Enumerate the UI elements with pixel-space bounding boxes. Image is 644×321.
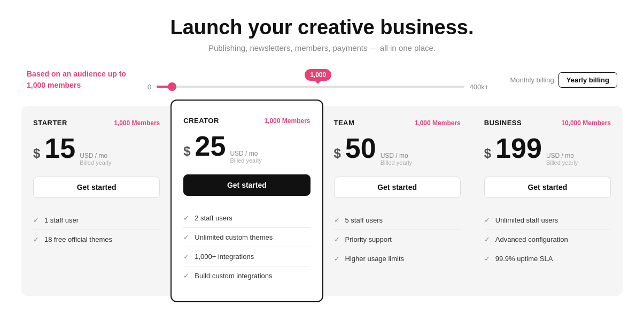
- audience-label: Based on an audience up to 1,000 members: [27, 68, 126, 91]
- plan-feature: ✓ Advanced configuration: [484, 230, 611, 249]
- plan-price-unit: USD / mo: [80, 152, 111, 159]
- check-icon: ✓: [183, 214, 189, 222]
- plan-price-number: 25: [195, 132, 226, 160]
- plan-price-meta: USD / mo Billed yearly: [80, 152, 111, 166]
- slider-thumb[interactable]: [168, 82, 176, 91]
- plan-name: BUSINESS: [484, 119, 522, 127]
- audience-slider-section: 1,000 0 400k+: [148, 69, 489, 91]
- plan-price-billing: Billed yearly: [381, 159, 412, 166]
- check-icon: ✓: [484, 235, 490, 243]
- plan-price-unit: USD / mo: [381, 152, 412, 159]
- plan-members: 10,000 Members: [561, 119, 611, 127]
- check-icon: ✓: [334, 216, 340, 224]
- plan-price-row: $ 15 USD / mo Billed yearly: [33, 134, 160, 166]
- plan-features-list: ✓ Unlimited staff users ✓ Advanced confi…: [484, 211, 611, 268]
- slider-bubble: 1,000: [305, 69, 331, 81]
- plan-features-list: ✓ 2 staff users ✓ Unlimited custom theme…: [183, 209, 310, 285]
- plan-price-meta: USD / mo Billed yearly: [381, 152, 412, 166]
- plan-header: STARTER 1,000 Members: [33, 119, 160, 127]
- slider-max-label: 400k+: [470, 83, 489, 91]
- check-icon: ✓: [33, 235, 39, 243]
- plan-price-billing: Billed yearly: [230, 157, 261, 164]
- plan-price-row: $ 199 USD / mo Billed yearly: [484, 134, 611, 166]
- slider-min-label: 0: [148, 83, 151, 91]
- monthly-billing-option[interactable]: Monthly billing: [510, 76, 554, 84]
- check-icon: ✓: [33, 216, 39, 224]
- plan-feature: ✓ 18 free official themes: [33, 230, 160, 249]
- plan-price-billing: Billed yearly: [546, 159, 578, 166]
- feature-text: 2 staff users: [195, 214, 232, 222]
- feature-text: 5 staff users: [345, 216, 383, 224]
- feature-text: 18 free official themes: [44, 235, 112, 243]
- plan-cta-button[interactable]: Get started: [484, 177, 611, 198]
- feature-text: 1 staff user: [44, 216, 79, 224]
- plan-name: TEAM: [334, 119, 355, 127]
- plan-price-symbol: $: [183, 144, 190, 159]
- plan-price-meta: USD / mo Billed yearly: [546, 152, 578, 166]
- feature-text: Build custom integrations: [195, 272, 272, 280]
- feature-text: 99.9% uptime SLA: [495, 255, 553, 263]
- plan-feature: ✓ Build custom integrations: [183, 266, 310, 285]
- check-icon: ✓: [183, 253, 189, 261]
- feature-text: 1,000+ integrations: [195, 253, 254, 261]
- plan-cta-button[interactable]: Get started: [334, 177, 461, 198]
- plan-feature: ✓ Unlimited staff users: [484, 211, 611, 230]
- page-title: Launch your creative business.: [21, 16, 623, 39]
- page-wrapper: Launch your creative business. Publishin…: [0, 0, 644, 307]
- plan-feature: ✓ 1 staff user: [33, 211, 160, 230]
- plan-features-list: ✓ 5 staff users ✓ Priority support ✓ Hig…: [334, 211, 461, 268]
- plan-price-billing: Billed yearly: [80, 159, 111, 166]
- plan-price-unit: USD / mo: [546, 152, 578, 159]
- plan-feature: ✓ 1,000+ integrations: [183, 247, 310, 266]
- slider-track-row: 0 400k+: [148, 83, 489, 91]
- plan-price-number: 15: [44, 134, 75, 162]
- plan-name: STARTER: [33, 119, 67, 127]
- plan-feature: ✓ Priority support: [334, 230, 461, 249]
- plan-price-symbol: $: [484, 146, 491, 161]
- plan-price-number: 199: [495, 134, 542, 162]
- plan-feature: ✓ 2 staff users: [183, 209, 310, 228]
- feature-text: Advanced configuration: [495, 235, 568, 243]
- slider-track[interactable]: [157, 86, 464, 88]
- audience-label-line1: Based on an audience up to: [27, 70, 126, 78]
- plan-feature: ✓ Unlimited custom themes: [183, 228, 310, 247]
- check-icon: ✓: [334, 235, 340, 243]
- plan-members: 1,000 Members: [114, 119, 160, 127]
- plan-header: TEAM 1,000 Members: [334, 119, 461, 127]
- plan-card-creator: CREATOR 1,000 Members $ 25 USD / mo Bill…: [170, 100, 323, 302]
- plan-card-business: BUSINESS 10,000 Members $ 199 USD / mo B…: [472, 106, 623, 296]
- plan-price-symbol: $: [33, 146, 40, 161]
- plan-members: 1,000 Members: [264, 117, 310, 125]
- check-icon: ✓: [183, 272, 189, 280]
- plan-header: BUSINESS 10,000 Members: [484, 119, 611, 127]
- plan-features-list: ✓ 1 staff user ✓ 18 free official themes: [33, 211, 160, 249]
- feature-text: Priority support: [345, 235, 392, 243]
- plan-price-number: 50: [345, 134, 376, 162]
- plan-members: 1,000 Members: [415, 119, 461, 127]
- plan-header: CREATOR 1,000 Members: [183, 117, 310, 125]
- check-icon: ✓: [183, 233, 189, 241]
- plan-price-row: $ 25 USD / mo Billed yearly: [183, 132, 310, 164]
- page-subtitle: Publishing, newsletters, members, paymen…: [21, 43, 623, 52]
- plan-cta-button[interactable]: Get started: [33, 177, 160, 198]
- check-icon: ✓: [484, 255, 490, 263]
- yearly-billing-button[interactable]: Yearly billing: [558, 72, 617, 88]
- billing-toggle: Monthly billing Yearly billing: [510, 72, 617, 88]
- check-icon: ✓: [484, 216, 490, 224]
- check-icon: ✓: [334, 255, 340, 263]
- plans-grid: STARTER 1,000 Members $ 15 USD / mo Bill…: [21, 106, 623, 296]
- plan-price-row: $ 50 USD / mo Billed yearly: [334, 134, 461, 166]
- hero-section: Launch your creative business. Publishin…: [21, 16, 623, 52]
- plan-feature: ✓ Higher usage limits: [334, 249, 461, 268]
- plan-cta-button[interactable]: Get started: [183, 174, 310, 196]
- plan-name: CREATOR: [183, 117, 219, 125]
- feature-text: Unlimited custom themes: [195, 233, 273, 241]
- plan-price-meta: USD / mo Billed yearly: [230, 150, 261, 164]
- feature-text: Higher usage limits: [345, 255, 405, 263]
- controls-row: Based on an audience up to 1,000 members…: [21, 68, 623, 91]
- plan-price-symbol: $: [334, 146, 341, 161]
- plan-card-team: TEAM 1,000 Members $ 50 USD / mo Billed …: [322, 106, 472, 296]
- plan-feature: ✓ 99.9% uptime SLA: [484, 249, 611, 268]
- audience-label-line2: members: [48, 81, 81, 89]
- audience-highlight: 1,000: [27, 81, 45, 89]
